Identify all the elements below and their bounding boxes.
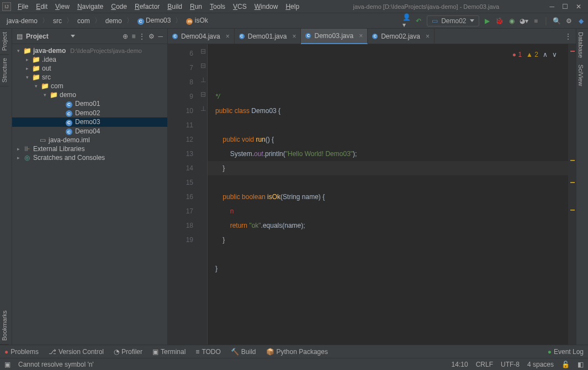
caret-position[interactable]: 14:10 [452,361,468,368]
menu-window[interactable]: Window [251,2,282,12]
menu-view[interactable]: View [52,2,73,12]
inspection-widget[interactable]: ● 1 ▲ 2 ∧ ∨ [512,47,557,62]
hide-icon[interactable]: ─ [158,33,163,40]
tool-tab-bookmarks[interactable]: Bookmarks [0,307,9,345]
warning-marker[interactable] [570,182,575,183]
tree-node[interactable]: ▸📁out [12,64,167,73]
expand-all-icon[interactable]: ≡ [131,33,135,40]
tree-node[interactable]: ▸📁.idea [12,55,167,64]
tree-node[interactable]: ▸◎Scratches and Consoles [12,153,167,162]
memory-icon[interactable]: ◧ [578,361,584,368]
tree-node[interactable]: ▭java-demo.iml [12,136,167,144]
editor-pane[interactable]: ● 1 ▲ 2 ∧ ∨ */public class Demo03 { publ… [208,44,568,345]
tree-node[interactable]: ▾📁java-demoD:\IdeaProjects\java-demo [12,46,167,55]
indent-setting[interactable]: 4 spaces [527,361,554,368]
tool-window-todo[interactable]: ≡TODO [195,348,220,356]
ide-logo-icon[interactable]: ◆ [577,17,585,25]
warning-indicator[interactable]: ▲ 2 [526,47,538,62]
error-marker[interactable] [570,51,575,52]
menu-help[interactable]: Help [282,2,303,12]
project-tree[interactable]: ▾📁java-demoD:\IdeaProjects\java-demo▸📁.i… [12,44,167,345]
tree-node[interactable]: ▸⊪External Libraries [12,144,167,153]
close-tab-icon[interactable]: × [292,33,296,40]
menu-refactor[interactable]: Refactor [131,2,163,12]
menu-vcs[interactable]: VCS [230,2,250,12]
minimize-icon[interactable]: ─ [549,3,554,10]
status-square-icon[interactable]: ▣ [4,361,10,368]
menu-file[interactable]: File [14,2,31,12]
debug-icon[interactable]: 🐞 [496,17,504,25]
tool-tab-project[interactable]: Project [0,29,9,55]
tool-tab-structure[interactable]: Structure [0,55,9,87]
breadcrumb-item[interactable]: C Demo03 [134,15,174,26]
breadcrumb: java-demo〉src〉com〉demo〉C Demo03〉m isOk [3,15,402,26]
tool-window-problems[interactable]: ●Problems [4,348,39,356]
tool-tab-database[interactable]: Database [576,29,585,61]
breadcrumb-item[interactable]: java-demo [3,16,41,26]
tool-window-build[interactable]: 🔨Build [231,348,256,356]
error-indicator[interactable]: ● 1 [512,47,522,62]
breadcrumb-item[interactable]: m isOk [183,15,211,26]
search-icon[interactable]: 🔍 [553,17,560,25]
editor-tab[interactable]: CDemo03.java× [301,29,368,44]
navigation-bar: java-demo〉src〉com〉demo〉C Demo03〉m isOk 👤… [0,13,588,29]
editor-tab[interactable]: CDemo01.java× [235,29,301,44]
chevron-up-icon[interactable]: ∧ [543,47,548,62]
stop-icon[interactable]: ■ [532,17,540,25]
line-separator[interactable]: CRLF [476,361,493,368]
menu-build[interactable]: Build [164,2,186,12]
settings-icon[interactable]: ⚙ [565,17,573,25]
warning-marker[interactable] [570,210,575,211]
profile-icon[interactable]: ◕▾ [520,17,528,25]
back-arrow-icon[interactable]: ↶ [415,17,422,25]
menu-run[interactable]: Run [187,2,205,12]
editor-tab[interactable]: CDemo04.java× [168,29,235,44]
tool-window-python-packages[interactable]: 📦Python Packages [266,348,328,356]
breadcrumb-item[interactable]: src [50,16,65,26]
marker-column[interactable] [568,44,576,345]
warning-marker[interactable] [570,160,575,161]
tool-window-version-control[interactable]: ⎇Version Control [49,348,104,356]
tree-node[interactable]: ▾📁demo [12,90,167,99]
tool-window-bar: ●Problems⎇Version Control◔Profiler▣Termi… [0,345,588,358]
fold-column[interactable]: ⊟⊟⊥⊟⊥ [199,44,208,345]
menu-edit[interactable]: Edit [33,2,51,12]
breadcrumb-item[interactable]: com [74,16,93,26]
tool-window-terminal[interactable]: ▣Terminal [152,348,186,356]
project-icon: ▤ [17,33,23,40]
tree-node[interactable]: CDemo04 [12,127,167,136]
tree-node[interactable]: ▾📁com [12,82,167,90]
file-encoding[interactable]: UTF-8 [501,361,520,368]
chevron-down-icon[interactable] [71,35,75,37]
settings-icon[interactable]: ⚙ [149,33,155,40]
chevron-down-icon[interactable]: ∨ [552,47,557,62]
menu-code[interactable]: Code [108,2,130,12]
tab-more-icon[interactable]: ⋮ [560,33,576,40]
run-icon[interactable]: ▶ [484,17,491,25]
user-icon[interactable]: 👤▾ [402,17,410,25]
menu-navigate[interactable]: Navigate [74,2,107,12]
tree-node[interactable]: ▾📁src [12,73,167,82]
readonly-icon[interactable]: 🔓 [561,361,570,368]
close-tab-icon[interactable]: × [226,33,230,40]
collapse-all-icon[interactable]: ⋮ [139,33,145,40]
maximize-icon[interactable]: ☐ [562,3,568,10]
close-icon[interactable]: ✕ [576,3,581,10]
close-tab-icon[interactable]: × [359,32,363,40]
window-controls: ─ ☐ ✕ [549,3,586,10]
tree-node[interactable]: CDemo02 [12,109,167,118]
tree-node[interactable]: CDemo01 [12,99,167,109]
coverage-icon[interactable]: ◉ [508,17,516,25]
tool-window-event-log[interactable]: ●Event Log [548,348,584,356]
select-opened-icon[interactable]: ⊕ [123,33,128,40]
editor-tab[interactable]: CDemo02.java× [368,29,435,44]
breadcrumb-item[interactable]: demo [102,16,125,26]
tree-node[interactable]: CDemo03 [12,117,167,127]
close-tab-icon[interactable]: × [426,33,430,40]
main-area: ProjectStructureBookmarks ▤ Project ⊕ ≡ … [0,29,588,345]
menu-tools[interactable]: Tools [206,2,229,12]
tool-tab-sciview[interactable]: SciView [576,61,585,89]
run-config-selector[interactable]: ▭ Demo02 [427,15,479,26]
tool-window-profiler[interactable]: ◔Profiler [114,348,142,356]
main-menu: FileEditViewNavigateCodeRefactorBuildRun… [14,2,303,12]
